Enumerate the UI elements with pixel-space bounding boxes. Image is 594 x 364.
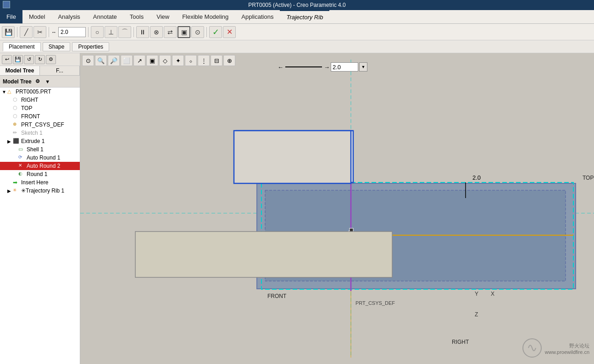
vp-rotate[interactable]: ↗: [133, 55, 145, 66]
confirm-btn[interactable]: ✓: [209, 26, 222, 38]
save-btn[interactable]: 💾: [2, 26, 15, 38]
vp-zoom-fit[interactable]: ⊙: [82, 55, 94, 66]
menu-annotate[interactable]: Annotate: [87, 10, 123, 23]
left-redo-btn[interactable]: ↻: [35, 55, 45, 64]
menu-model[interactable]: Model: [22, 10, 51, 23]
dim-dropdown-btn[interactable]: ▼: [359, 62, 367, 72]
cancel-btn[interactable]: ✕: [223, 26, 236, 38]
pause-btn[interactable]: ⏸: [136, 26, 149, 38]
flip-btn[interactable]: ⇄: [164, 26, 177, 38]
icon-prt0005: △: [7, 88, 15, 95]
label-front: FRONT: [21, 113, 40, 120]
icon-csys: ⊕: [13, 121, 20, 128]
vp-shading[interactable]: ▣: [146, 55, 158, 66]
icon-sketch1: ✏: [13, 130, 20, 136]
title-text: PRT0005 (Active) - Creo Parametric 4.0: [248, 2, 346, 8]
vp-capture[interactable]: ⬦: [185, 55, 197, 66]
stop-btn[interactable]: ⊗: [150, 26, 163, 38]
menu-file[interactable]: File: [0, 10, 22, 23]
viewport[interactable]: ⊙ 🔍 🔎 ⬜ ↗ ▣ ◇ ✦ ⬦ ⋮ ⊟ ⊕ ← → ▼: [80, 53, 594, 364]
menu-applications[interactable]: Applications: [235, 10, 280, 23]
vp-refit[interactable]: ⬜: [121, 55, 133, 66]
sep3: [88, 27, 89, 37]
svg-text:X: X: [491, 291, 494, 297]
tab-favorites[interactable]: F...: [40, 66, 80, 75]
sep2: [49, 27, 49, 37]
menu-analysis[interactable]: Analysis: [51, 10, 86, 23]
tree-item-rib1[interactable]: ▶ ✳ ✳Trajectory Rib 1: [0, 187, 80, 195]
label-ar2: Auto Round 2: [27, 163, 60, 169]
svg-text:Y: Y: [475, 291, 478, 297]
label-right: RIGHT: [21, 97, 38, 103]
left-undo2-btn[interactable]: ↺: [24, 55, 34, 64]
menu-tools[interactable]: Tools: [123, 10, 150, 23]
model-tree-header: Model Tree ⚙ ▼: [0, 76, 80, 88]
svg-text:RIGHT: RIGHT: [452, 339, 469, 345]
tree-header-label: Model Tree: [3, 78, 32, 85]
left-panel-tabs: Model Tree F...: [0, 66, 80, 76]
icon-r1: ◐: [18, 171, 26, 177]
tree-item-right[interactable]: ⬡ RIGHT: [0, 96, 80, 104]
arrow-prt0005: ▼: [2, 89, 7, 94]
label-sketch1: Sketch 1: [21, 130, 43, 136]
menu-view[interactable]: View: [150, 10, 176, 23]
titlebar: PRT0005 (Active) - Creo Parametric 4.0: [0, 0, 594, 10]
left-undo-btn[interactable]: ↩: [2, 55, 12, 64]
sketch-point-btn[interactable]: ⊥: [105, 26, 117, 38]
sketch-circle-btn[interactable]: ○: [91, 26, 104, 38]
sketch-line-btn[interactable]: ╱: [20, 26, 33, 38]
subtab-shape[interactable]: Shape: [43, 42, 71, 51]
watermark-brand: 野火论坛: [545, 342, 589, 349]
tree-item-autoround1[interactable]: ⟳ Auto Round 1: [0, 154, 80, 162]
sketch-arc-btn[interactable]: ⌒: [118, 26, 131, 38]
watermark-text: 野火论坛 www.proewildfire.cn: [545, 342, 589, 355]
tree-item-insert-here[interactable]: ➡ Insert Here: [0, 178, 80, 187]
dim-label: ↔: [51, 29, 56, 35]
watermark-site: www.proewildfire.cn: [545, 349, 589, 355]
sep4: [133, 27, 134, 37]
tree-item-round1[interactable]: ◐ Round 1: [0, 170, 80, 178]
vp-repaint[interactable]: ◇: [159, 55, 171, 66]
dimension-input[interactable]: 2.0: [58, 27, 86, 37]
icon-ar1: ⟳: [18, 154, 26, 161]
icon-right: ⬡: [13, 97, 20, 103]
icon-front: ⬡: [13, 113, 20, 120]
subtab-placement[interactable]: Placement: [3, 42, 41, 51]
dim-left-arrow: ←: [278, 64, 283, 71]
menu-trajectory-rib[interactable]: Trajectory Rib: [280, 10, 329, 23]
tree-item-csys[interactable]: ⊕ PRT_CSYS_DEF: [0, 121, 80, 129]
svg-text:PRT_CSYS_DEF: PRT_CSYS_DEF: [355, 300, 395, 306]
tree-item-shell1[interactable]: ▭ Shell 1: [0, 145, 80, 154]
subtab-properties[interactable]: Properties: [72, 42, 109, 51]
viewport-dim-input[interactable]: [331, 62, 358, 72]
tree-item-autoround2[interactable]: ✕ Auto Round 2: [0, 162, 80, 170]
vp-more1[interactable]: ⋮: [198, 55, 210, 66]
vp-more2[interactable]: ⊟: [211, 55, 222, 66]
tab-model-tree[interactable]: Model Tree: [0, 66, 40, 75]
vp-zoom-in[interactable]: 🔍: [95, 55, 107, 66]
watermark-logo: [522, 338, 542, 358]
tree-item-sketch1[interactable]: ✏ Sketch 1: [0, 129, 80, 137]
vp-zoom-out[interactable]: 🔎: [108, 55, 120, 66]
vp-more3[interactable]: ⊕: [223, 55, 235, 66]
glasses-btn[interactable]: ⊙: [191, 26, 204, 38]
tree-item-prt0005[interactable]: ▼ △ PRT0005.PRT: [0, 88, 80, 96]
icon-top: ⬡: [13, 105, 20, 111]
label-ar1: Auto Round 1: [27, 154, 60, 161]
tree-item-front[interactable]: ⬡ FRONT: [0, 112, 80, 121]
tree-item-extrude1[interactable]: ▶ ⬛ Extrude 1: [0, 137, 80, 145]
left-save-btn[interactable]: 💾: [13, 55, 23, 64]
trim-btn[interactable]: ✂: [33, 26, 46, 38]
icon-ar2-error: ✕: [18, 163, 26, 169]
left-settings-btn[interactable]: ⚙: [46, 55, 56, 64]
icon-extrude1: ⬛: [13, 138, 20, 144]
tree-settings-btn[interactable]: ⚙: [33, 77, 42, 86]
svg-text:Z: Z: [475, 311, 478, 318]
vp-annotation[interactable]: ✦: [172, 55, 184, 66]
tree-item-top[interactable]: ⬡ TOP: [0, 104, 80, 112]
toggle-btn[interactable]: ▣: [178, 26, 190, 38]
label-insert-here: Insert Here: [21, 179, 48, 186]
tree-filter-btn[interactable]: ▼: [44, 77, 52, 86]
label-prt0005: PRT0005.PRT: [16, 88, 51, 95]
menu-flexible-modeling[interactable]: Flexible Modeling: [176, 10, 235, 23]
